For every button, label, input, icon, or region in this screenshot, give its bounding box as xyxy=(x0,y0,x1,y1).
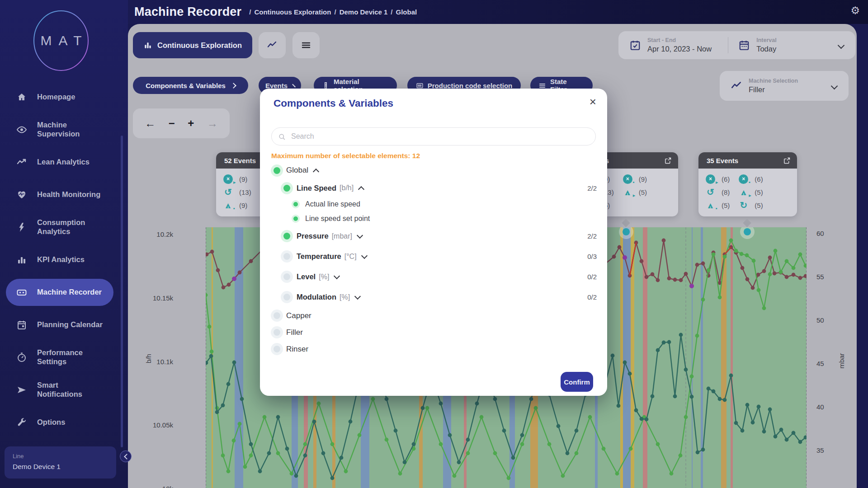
radio-selected-icon[interactable] xyxy=(283,233,290,239)
event-count: (9) xyxy=(239,202,247,209)
breadcrumb-separator: / xyxy=(391,8,392,16)
triangle-icon: ▲ xyxy=(706,201,715,210)
variables-tree: GlobalLine Speed[b/h]2/2Actual line spee… xyxy=(260,162,607,357)
filter-components-variables[interactable]: Components & Variables xyxy=(133,77,248,94)
filter-label: Production code selection xyxy=(428,82,513,89)
chevron-up-icon[interactable] xyxy=(358,186,364,192)
chevron-up-icon[interactable] xyxy=(313,168,319,174)
x-circle-icon: × xyxy=(623,174,632,184)
interval-select[interactable]: Interval Today xyxy=(756,37,776,53)
event-count: (9) xyxy=(239,175,247,183)
sidebar-item-health-monitoring[interactable]: Health Monitoring xyxy=(0,178,128,211)
machine-selection-panel[interactable]: Machine Selection Filler xyxy=(720,71,849,101)
radio-unselected-icon[interactable] xyxy=(274,312,280,319)
breadcrumb-item[interactable]: Demo Device 1 xyxy=(340,8,388,16)
gear-icon[interactable]: ⚙ xyxy=(850,5,860,16)
sidebar-item-kpi-analytics[interactable]: KPI Analytics xyxy=(0,244,128,276)
sidebar-item-lean-analytics[interactable]: Lean Analytics xyxy=(0,146,128,178)
send-icon xyxy=(16,385,27,395)
tree-item-temperature[interactable]: Temperature[°C]0/3 xyxy=(260,246,607,267)
external-link-icon[interactable] xyxy=(664,157,672,164)
brand-logo: MAT xyxy=(30,10,92,71)
chevron-down-icon[interactable] xyxy=(361,252,368,258)
radio-unselected-icon[interactable] xyxy=(283,294,290,300)
sidebar-item-label: Smart Notifications xyxy=(37,381,103,399)
y-axis-tick-left: 10.15k xyxy=(137,294,173,302)
event-count: (9) xyxy=(639,175,647,183)
date-range-value: Apr 10, 2023 - Now xyxy=(647,45,712,53)
tree-item-line-speed[interactable]: Line Speed[b/h]2/2 xyxy=(260,179,607,197)
sidebar-item-label: KPI Analytics xyxy=(37,255,103,264)
zoom-out-button[interactable]: − xyxy=(169,118,175,129)
tab-label: Continuous Exploration xyxy=(157,41,242,50)
forward-arrow-button[interactable]: → xyxy=(207,118,218,129)
tree-item-line-speed-set-point[interactable]: Line speed set point xyxy=(260,211,607,226)
tree-item-modulation[interactable]: Modulation[%]0/2 xyxy=(260,287,607,307)
sidebar-item-smart-notifications[interactable]: Smart Notifications xyxy=(0,374,128,406)
variable-unit: [b/h] xyxy=(340,184,354,192)
tree-item-filler[interactable]: Filler xyxy=(260,324,607,341)
filter-label: Events xyxy=(265,82,288,89)
device-selector[interactable]: Line Demo Device 1 xyxy=(5,446,116,479)
sidebar-item-homepage[interactable]: Homepage xyxy=(0,81,128,113)
radio-unselected-icon[interactable] xyxy=(283,273,290,280)
y-axis-tick-left: 10.1k xyxy=(137,358,173,366)
play-mini-icon: ▸ xyxy=(233,180,238,184)
triangle-icon: ▲ xyxy=(739,188,748,197)
sidebar-item-machine-recorder[interactable]: Machine Recorder xyxy=(0,276,128,309)
selection-count: 0/2 xyxy=(587,273,597,281)
radio-unselected-icon[interactable] xyxy=(274,329,280,336)
radio-unselected-icon[interactable] xyxy=(283,253,290,260)
sidebar-item-consumption-analytics[interactable]: Consumption Analytics xyxy=(0,211,128,244)
radio-selected-icon[interactable] xyxy=(283,185,290,192)
event-card: 35 Events×▸(6)↺(8)▲▪(5)×▪(6)▲▸(5)↻(5) xyxy=(698,152,797,216)
interval-value: Today xyxy=(756,45,776,53)
line-chart-view-button[interactable] xyxy=(259,32,286,58)
close-icon[interactable]: × xyxy=(590,96,596,108)
sidebar-item-label: Performance Settings xyxy=(37,348,103,366)
confirm-button[interactable]: Confirm xyxy=(561,372,593,392)
y-axis-tick-right: 35 xyxy=(816,446,824,454)
wrench-icon xyxy=(16,417,27,428)
tree-item-pressure[interactable]: Pressure[mbar]2/2 xyxy=(260,226,607,246)
variable-name: Level xyxy=(297,272,316,281)
trend-icon xyxy=(16,157,27,168)
date-range-picker[interactable]: Start - End Apr 10, 2023 - Now xyxy=(647,37,712,53)
tree-item-rinser[interactable]: Rinser xyxy=(260,341,607,357)
tab-continuous-exploration[interactable]: Continuous Exploration xyxy=(133,32,252,58)
radio-selected-icon[interactable] xyxy=(274,167,280,174)
event-count: (6) xyxy=(755,175,763,183)
zoom-in-button[interactable]: + xyxy=(188,118,194,129)
breadcrumb-separator: / xyxy=(249,8,251,16)
sidebar-item-performance-settings[interactable]: Performance Settings xyxy=(0,341,128,374)
breadcrumb-item[interactable]: Continuous Exploration xyxy=(254,8,331,16)
radio-unselected-icon[interactable] xyxy=(274,346,280,352)
sidebar-collapse-button[interactable] xyxy=(120,450,132,462)
sidebar-item-label: Machine Supervision xyxy=(37,121,103,139)
machine-selection-value: Filler xyxy=(749,85,798,94)
event-stat: ×▸(9) xyxy=(223,173,251,185)
tree-item-level[interactable]: Level[%]0/2 xyxy=(260,267,607,287)
sidebar-menu: HomepageMachine SupervisionLean Analytic… xyxy=(0,81,128,439)
sidebar-scrollbar[interactable] xyxy=(121,136,123,447)
tree-item-actual-line-speed[interactable]: Actual line speed xyxy=(260,197,607,211)
breadcrumb-item[interactable]: Global xyxy=(396,8,417,16)
tree-item-global[interactable]: Global xyxy=(260,162,607,179)
sidebar-item-label: Machine Recorder xyxy=(37,288,102,297)
chevron-down-icon[interactable] xyxy=(334,272,340,279)
chevron-down-icon[interactable] xyxy=(357,232,363,238)
sidebar-item-machine-supervision[interactable]: Machine Supervision xyxy=(0,113,128,146)
sidebar-item-options[interactable]: Options xyxy=(0,406,128,439)
event-card-title: 35 Events xyxy=(707,157,738,164)
search-input[interactable] xyxy=(290,132,589,141)
external-link-icon[interactable] xyxy=(783,157,791,164)
sidebar-item-planning-calendar[interactable]: Planning Calendar xyxy=(0,309,128,341)
chevron-down-icon[interactable] xyxy=(354,293,361,299)
play-mini-icon: ▸ xyxy=(633,193,637,197)
modal-title: Components & Variables xyxy=(274,98,393,109)
tree-item-capper[interactable]: Capper xyxy=(260,307,607,324)
variable-unit: [°C] xyxy=(344,253,357,261)
gauge-icon xyxy=(16,352,27,363)
back-arrow-button[interactable]: ← xyxy=(145,118,156,129)
list-view-button[interactable] xyxy=(292,32,320,58)
